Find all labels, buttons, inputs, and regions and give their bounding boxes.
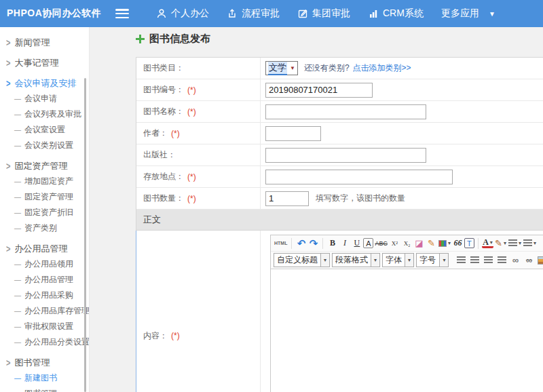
sidebar-item[interactable]: —固定资产折旧	[0, 205, 89, 220]
highlight-pen-icon[interactable]: ✎▾	[494, 237, 507, 250]
underline-icon[interactable]: U	[351, 237, 362, 250]
custom-title-select[interactable]: 自定义标题▾	[274, 253, 330, 267]
text-color-palette-icon[interactable]: ▾	[438, 237, 451, 250]
no-category-text: 还没有类别?	[304, 62, 350, 74]
nav-crm-system[interactable]: CRM系统	[368, 7, 424, 20]
book-no-label: 图书编号：	[143, 84, 184, 96]
edit-approval-icon	[297, 8, 308, 19]
unordered-list-icon[interactable]: ▾	[523, 237, 537, 250]
menu-toggle-icon[interactable]	[115, 9, 129, 18]
book-no-input[interactable]	[265, 83, 373, 98]
ordered-list-icon[interactable]: ▾	[508, 237, 522, 250]
format-brush-icon[interactable]: ✎	[426, 237, 437, 250]
location-input[interactable]	[265, 170, 453, 184]
quantity-hint: 填写数字，该图书的数量	[316, 193, 405, 204]
align-center-icon[interactable]	[469, 254, 481, 267]
bold-icon[interactable]: B	[326, 237, 338, 250]
nav-personal-office[interactable]: 个人办公	[156, 7, 209, 20]
sidebar-item[interactable]: —新建图书	[0, 370, 89, 386]
sidebar-item[interactable]: —会议类别设置	[0, 138, 89, 153]
chevron-down-icon: ▾	[519, 240, 521, 246]
image-icon[interactable]	[537, 254, 543, 267]
editor-toolbar-row2: 自定义标题▾段落格式▾字体▾字号▾∞∞	[271, 252, 543, 269]
book-name-input[interactable]	[265, 104, 426, 119]
toolbar-separator	[322, 238, 323, 249]
strikethrough-icon[interactable]: ABC	[374, 237, 388, 250]
font-size-select[interactable]: 字号▾	[416, 253, 449, 267]
paste-from-word-icon[interactable]: T	[464, 238, 474, 248]
align-right-icon[interactable]	[483, 254, 494, 267]
sidebar-item[interactable]: —办公用品采购	[0, 288, 89, 303]
dash-icon: —	[14, 220, 21, 236]
category-label: 图书类目：	[143, 62, 184, 74]
sidebar-item[interactable]: —办公用品分类设置	[0, 334, 89, 350]
form-row-quantity: 图书数量： (*) 填写数字，该图书的数量	[136, 188, 543, 210]
sidebar-group[interactable]: >图书管理	[0, 355, 89, 370]
autotypeset-icon[interactable]: A	[363, 238, 373, 248]
unlink-icon[interactable]: ∞	[523, 254, 535, 267]
font-family-select[interactable]: 字体▾	[382, 253, 414, 267]
superscript-icon[interactable]: X²	[389, 237, 400, 250]
required-marker: (*)	[171, 331, 180, 340]
publisher-input[interactable]	[265, 148, 426, 163]
sidebar-item[interactable]: —增加固定资产	[0, 174, 89, 189]
nav-group-approval[interactable]: 集团审批	[297, 7, 350, 20]
plus-icon	[136, 35, 145, 43]
author-label: 作者：	[143, 128, 168, 139]
form-row-location: 存放地点： (*)	[136, 166, 543, 188]
sidebar-group[interactable]: >固定资产管理	[0, 158, 89, 174]
sidebar-item[interactable]: —审批权限设置	[0, 319, 89, 334]
sidebar-group[interactable]: >新闻管理	[0, 35, 89, 50]
undo-icon[interactable]: ↶	[295, 237, 307, 250]
required-marker: (*)	[187, 107, 196, 117]
redo-icon[interactable]: ↷	[307, 237, 319, 250]
eraser-icon[interactable]: ◪	[413, 237, 425, 250]
author-input[interactable]	[265, 126, 321, 141]
dash-icon: —	[14, 319, 21, 334]
source-code-button[interactable]: HTML	[274, 237, 288, 250]
add-category-link[interactable]: 点击添加类别>>	[353, 62, 411, 74]
sidebar-group[interactable]: >会议申请及安排	[0, 75, 89, 91]
sidebar-item[interactable]: —固定资产管理	[0, 189, 89, 205]
form-row-author: 作者： (*)	[136, 123, 543, 144]
editor-content-area[interactable]	[271, 269, 543, 392]
italic-icon[interactable]: I	[339, 237, 350, 250]
subscript-icon[interactable]: X₂	[401, 237, 413, 250]
book-name-label: 图书名称：	[143, 106, 184, 117]
sidebar-item[interactable]: —图书管理	[0, 386, 89, 392]
sidebar-item[interactable]: —会议室设置	[0, 122, 89, 138]
sidebar-item[interactable]: —办公用品库存管理	[0, 303, 89, 319]
nav-workflow-approval[interactable]: 流程审批	[227, 7, 280, 20]
dash-icon: —	[14, 138, 21, 153]
sidebar-item[interactable]: —会议申请	[0, 91, 89, 106]
dash-icon: —	[14, 334, 21, 350]
blockquote-icon[interactable]: 66	[452, 237, 464, 250]
nav-more-apps[interactable]: 更多应用	[441, 7, 479, 20]
form-row-content: 内容： (*) HTML↶↷BIUAABCX²X₂◪✎▾66TA▾✎▾▾▾ 自定…	[136, 231, 543, 392]
chevron-down-icon: ▾	[320, 254, 329, 267]
align-left-icon[interactable]	[455, 254, 467, 267]
sidebar-group[interactable]: >办公用品管理	[0, 241, 89, 256]
sidebar-scrollbar[interactable]	[84, 78, 86, 392]
sidebar-item[interactable]: —办公用品管理	[0, 272, 89, 288]
caret-down-icon[interactable]: ▼	[489, 10, 495, 18]
body-section-header: 正文	[136, 210, 543, 231]
sidebar-group[interactable]: >大事记管理	[0, 55, 89, 71]
chevron-right-icon: >	[6, 74, 10, 94]
quantity-input[interactable]	[265, 191, 309, 206]
sidebar-item[interactable]: —会议列表及审批	[0, 106, 89, 122]
editor-toolbar-row1: HTML↶↷BIUAABCX²X₂◪✎▾66TA▾✎▾▾▾	[271, 235, 543, 252]
link-icon[interactable]: ∞	[510, 254, 521, 267]
sidebar-item[interactable]: —资产类别	[0, 220, 89, 236]
chevron-right-icon: >	[6, 33, 10, 54]
required-marker: (*)	[187, 194, 196, 203]
font-color-icon[interactable]: A▾	[482, 238, 493, 248]
form-row-book-name: 图书名称： (*)	[136, 101, 543, 123]
dash-icon: —	[14, 370, 21, 386]
dash-icon: —	[14, 189, 21, 205]
category-select[interactable]: 文学 ▼	[265, 61, 298, 75]
justify-icon[interactable]	[496, 254, 508, 267]
sidebar-item[interactable]: —办公用品领用	[0, 256, 89, 272]
dash-icon: —	[14, 91, 21, 106]
paragraph-format-select[interactable]: 段落格式▾	[332, 253, 380, 267]
